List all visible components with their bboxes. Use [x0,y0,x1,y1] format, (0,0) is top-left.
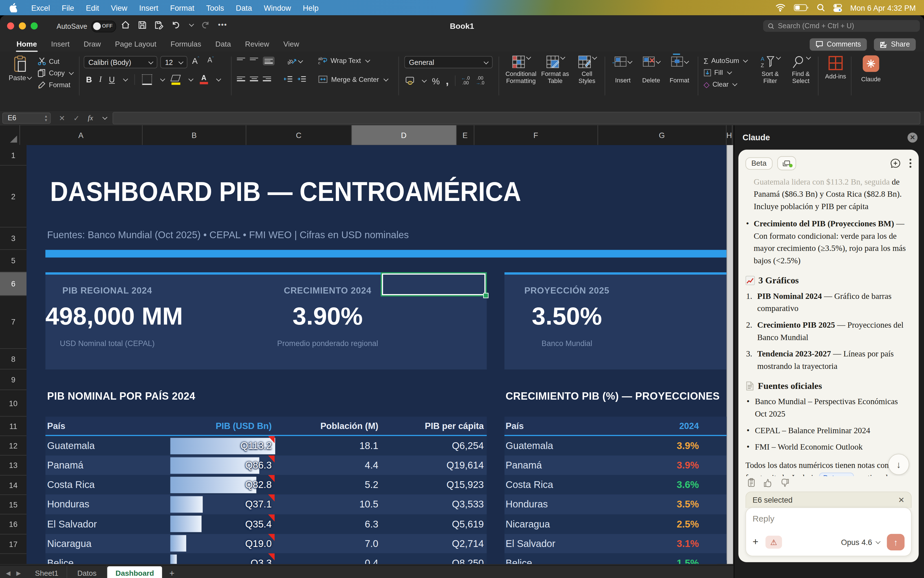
sheet-tab[interactable]: Dashboard [107,567,162,578]
increase-decimal-button[interactable]: ←.0.00 [461,76,470,85]
number-format-select[interactable]: General [404,56,492,68]
row-header[interactable]: 7 [0,296,26,349]
pib-cell[interactable]: Q82.8 [170,475,274,495]
column-header[interactable]: G [598,125,726,145]
more-options-icon[interactable] [909,159,912,168]
next-sheet-icon[interactable]: ▶ [16,570,21,576]
add-sheet-button[interactable]: + [162,568,182,578]
attach-button[interactable]: + [752,536,758,548]
pib-cell[interactable]: Q37.1 [170,495,274,514]
pib-cell[interactable]: Q113.2 [170,436,274,456]
percapita-cell[interactable]: Q19,614 [381,460,487,471]
menu-item[interactable]: Edit [80,3,105,12]
row-header[interactable]: 13 [0,456,26,476]
right-table-title[interactable]: CRECIMIENTO PIB (%) — PROYECCIONES [506,390,727,403]
selected-cell-e6[interactable] [381,272,487,297]
cell-styles-button[interactable]: Cell Styles [573,55,601,84]
population-cell[interactable]: 7.0 [274,538,381,549]
name-box-spinner[interactable]: ▲▼ [44,114,48,122]
italic-button[interactable]: I [99,75,102,84]
screen-context-button[interactable] [777,156,796,170]
table-row[interactable]: Honduras Q37.1 10.5 Q3,533 [45,495,487,514]
country-cell[interactable]: El Salvador [45,518,170,530]
menu-bar-clock[interactable]: Mon 6 Apr 4:32 PM [850,3,916,12]
left-table-header[interactable]: País PIB (USD Bn) Población (M) PIB per … [45,417,487,436]
menu-item[interactable]: Help [297,3,325,12]
column-header[interactable]: F [474,125,598,145]
row-header[interactable]: 5 [0,250,26,272]
dashboard-subtitle[interactable]: Fuentes: Banco Mundial (Oct 2025) • CEPA… [47,229,409,240]
apple-logo-icon[interactable] [9,3,17,12]
table-row[interactable]: Guatemala 3.9% [504,436,726,456]
orientation-button[interactable]: ab [287,57,302,65]
accounting-format-icon[interactable] [406,76,415,84]
align-middle-icon[interactable] [250,57,258,65]
fill-handle[interactable] [483,293,489,298]
decrease-font-icon[interactable]: Aˇ [208,56,214,64]
conditional-formatting-button[interactable]: Conditional Formatting [504,55,538,84]
country-cell[interactable]: Guatemala [504,440,629,451]
country-cell[interactable]: Costa Rica [45,479,170,490]
thumbs-down-icon[interactable] [780,478,790,487]
control-center-icon[interactable] [833,3,842,12]
table-row[interactable]: Belice 1.5% [504,553,726,564]
borders-button[interactable] [142,74,152,85]
row-header[interactable]: 10 [0,390,26,417]
format-painter-button[interactable]: Format [38,79,73,91]
vertical-scrollbar[interactable] [727,145,733,564]
table-row[interactable]: El Salvador 3.1% [504,534,726,553]
country-cell[interactable]: Honduras [504,499,629,510]
right-table-header[interactable]: País 2024 [504,417,726,436]
growth-cell[interactable]: 3.6% [629,479,699,490]
percapita-cell[interactable]: Q5,619 [381,518,487,530]
close-panel-icon[interactable]: ✕ [908,132,918,142]
fill-button[interactable]: Fill [703,67,747,78]
font-size-select[interactable]: 12 [160,56,187,68]
sort-filter-button[interactable]: AZ Sort & Filter [755,55,785,84]
pib-cell[interactable]: Q3.3 [170,553,274,564]
reply-box[interactable]: Reply + ⚠ Opus 4.6 ↑ [745,507,912,556]
row-header[interactable]: 18 [0,554,26,564]
cut-button[interactable]: Cut [38,55,73,67]
spreadsheet-grid[interactable]: DASHBOARD PIB — CENTROAMÉRICA Fuentes: B… [26,145,727,564]
select-all-corner[interactable] [0,125,20,145]
row-header[interactable]: 14 [0,476,26,495]
battery-icon[interactable] [794,4,808,11]
percapita-cell[interactable]: Q15,923 [381,479,487,490]
growth-cell[interactable]: 3.9% [629,460,699,471]
table-row[interactable]: Costa Rica Q82.8 5.2 Q15,923 [45,475,487,495]
pib-cell[interactable]: Q86.3 [170,456,274,475]
copy-button[interactable]: Copy [38,67,73,79]
ribbon-tab[interactable]: Home [11,38,43,51]
font-color-chevron-icon[interactable] [216,76,221,81]
population-cell[interactable]: 0.4 [274,557,381,564]
addins-button[interactable]: Add-ins [823,55,849,80]
growth-cell[interactable]: 1.5% [629,557,699,564]
table-row[interactable]: Nicaragua 2.5% [504,514,726,534]
population-cell[interactable]: 6.3 [274,518,381,530]
kpi-pib-regional[interactable]: PIB REGIONAL 2024 $498,000 MM USD Nomina… [45,272,196,370]
decrease-decimal-button[interactable]: .00→.0 [476,76,485,85]
name-box[interactable]: E6 ▲▼ [2,112,50,123]
align-center-icon[interactable] [250,75,258,83]
table-row[interactable]: Belice Q3.3 0.4 Q8,250 [45,553,487,564]
search-box[interactable]: Search (Cmd + Ctrl + U) [763,20,920,32]
thumbs-up-icon[interactable] [763,478,773,487]
delete-cells-button[interactable]: ✕ Delete [638,57,665,84]
country-cell[interactable]: Honduras [45,499,170,510]
left-table-title[interactable]: PIB NOMINAL POR PAÍS 2024 [47,390,195,403]
country-cell[interactable]: Belice [504,557,629,564]
column-header[interactable]: E [456,125,474,145]
align-right-icon[interactable] [263,75,271,83]
country-cell[interactable]: Nicaragua [45,538,170,549]
row-header[interactable]: 17 [0,534,26,554]
menu-item[interactable]: Insert [133,3,164,12]
wifi-icon[interactable] [775,4,785,12]
accounting-chevron-icon[interactable] [422,78,427,83]
format-cells-button[interactable]: Format [666,57,693,84]
spotlight-search-icon[interactable] [817,4,825,12]
bold-button[interactable]: B [86,75,92,84]
ribbon-tab[interactable]: Formulas [164,38,207,51]
warning-badge[interactable]: ⚠ [765,536,782,549]
percapita-cell[interactable]: Q2,714 [381,538,487,549]
